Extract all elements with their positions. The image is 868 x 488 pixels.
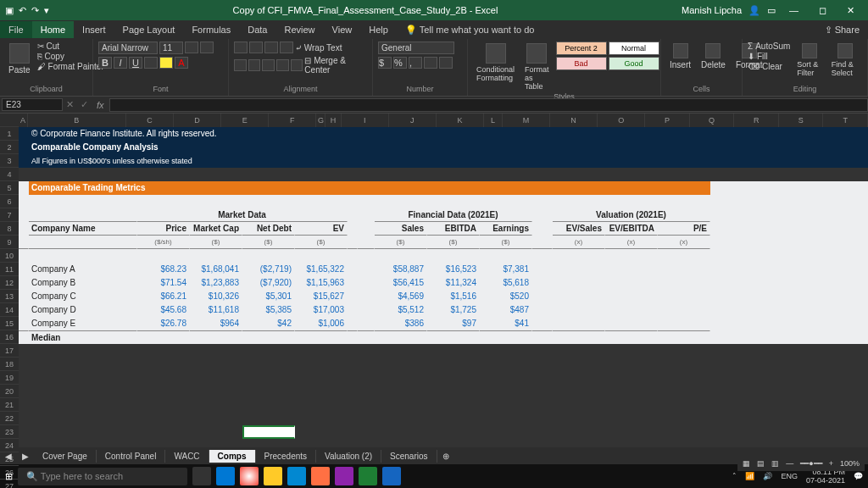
cell[interactable]: ($)	[242, 236, 295, 249]
cell[interactable]: Net Debt	[242, 222, 295, 236]
cell[interactable]	[19, 290, 29, 303]
font-name-select[interactable]	[98, 42, 158, 54]
cell[interactable]: EV/EBITDA	[605, 222, 658, 236]
cell[interactable]	[29, 358, 137, 371]
cell[interactable]	[553, 263, 605, 276]
col-header[interactable]: P	[645, 114, 690, 127]
cell[interactable]: ($)	[375, 236, 427, 249]
cell[interactable]	[242, 330, 295, 344]
cell[interactable]	[358, 303, 375, 317]
cell[interactable]	[532, 344, 553, 358]
cell[interactable]: $1,516	[427, 290, 480, 303]
zoom-slider[interactable]: ━━●━━	[800, 459, 821, 468]
cell[interactable]: $520	[480, 290, 532, 303]
cell[interactable]: ($)	[295, 236, 348, 249]
notifications-icon[interactable]: 💬	[854, 472, 863, 480]
cell[interactable]	[532, 330, 553, 344]
cell[interactable]	[480, 330, 532, 344]
cell[interactable]: ($7,920)	[242, 276, 295, 290]
cell[interactable]: Valuation (2021E)	[553, 208, 710, 222]
cell[interactable]: EV	[295, 222, 348, 236]
cell[interactable]	[19, 330, 29, 344]
cell[interactable]	[19, 263, 29, 276]
cell[interactable]: ($/sh)	[137, 236, 190, 249]
cell[interactable]	[29, 439, 137, 447]
increase-font-icon[interactable]	[185, 42, 198, 53]
font-color-button[interactable]: A	[175, 57, 188, 69]
cell[interactable]: Company Name	[29, 222, 137, 236]
underline-button[interactable]: U	[129, 57, 142, 69]
cell[interactable]	[358, 412, 375, 425]
italic-button[interactable]: I	[114, 57, 127, 69]
cancel-formula-icon[interactable]: ✕	[63, 99, 77, 110]
sheet-scroll-right-icon[interactable]: ▶	[17, 452, 34, 461]
cell[interactable]	[427, 358, 480, 371]
cell[interactable]	[295, 358, 348, 371]
comma-icon[interactable]: ,	[409, 57, 422, 69]
cell[interactable]	[427, 249, 480, 263]
cell[interactable]	[480, 371, 532, 385]
tab-insert[interactable]: Insert	[74, 21, 114, 38]
cell[interactable]	[242, 344, 295, 358]
cell[interactable]	[553, 290, 605, 303]
cell[interactable]	[532, 385, 553, 398]
decrease-font-icon[interactable]	[200, 42, 214, 53]
cell[interactable]	[19, 358, 29, 371]
tab-help[interactable]: Help	[360, 21, 397, 38]
sheet-tab-valuation[interactable]: Valuation (2)	[316, 450, 381, 463]
cell[interactable]: Company A	[29, 263, 137, 276]
cell[interactable]	[658, 317, 710, 330]
user-avatar-icon[interactable]: 👤	[748, 5, 760, 16]
cell[interactable]	[427, 344, 480, 358]
chrome-icon[interactable]	[240, 467, 259, 485]
cell[interactable]	[532, 263, 553, 276]
cell[interactable]	[19, 425, 29, 439]
cell[interactable]	[605, 412, 658, 425]
task-view-icon[interactable]	[192, 467, 211, 485]
number-format-select[interactable]	[378, 42, 454, 54]
row-header[interactable]: 16	[0, 330, 19, 344]
cell[interactable]: Price	[137, 222, 190, 236]
cell[interactable]	[605, 344, 658, 358]
zoom-out-icon[interactable]: —	[786, 459, 793, 468]
cell[interactable]	[242, 412, 295, 425]
cell[interactable]	[19, 154, 29, 168]
cell[interactable]	[553, 344, 605, 358]
cell[interactable]: $97	[427, 317, 480, 330]
cell[interactable]	[553, 168, 605, 181]
cell[interactable]	[190, 425, 242, 439]
cell[interactable]	[532, 425, 553, 439]
cell[interactable]	[29, 398, 137, 412]
cell[interactable]: P/E	[658, 222, 710, 236]
cell[interactable]: (x)	[605, 236, 658, 249]
cell[interactable]	[375, 439, 427, 447]
fill-button[interactable]: ⬇ Fill	[748, 52, 790, 61]
cell[interactable]: Median	[29, 330, 137, 344]
cell[interactable]	[137, 385, 190, 398]
cell[interactable]	[29, 412, 137, 425]
cell[interactable]: $11,324	[427, 276, 480, 290]
cell[interactable]	[137, 371, 190, 385]
cell[interactable]	[242, 249, 295, 263]
cell[interactable]	[348, 263, 358, 276]
cell[interactable]	[427, 195, 480, 208]
name-box[interactable]	[2, 98, 63, 111]
cell[interactable]	[19, 222, 29, 236]
cell[interactable]	[375, 330, 427, 344]
cell[interactable]: $71.54	[137, 276, 190, 290]
cell[interactable]	[605, 371, 658, 385]
cell[interactable]	[348, 344, 358, 358]
cell[interactable]	[605, 330, 658, 344]
row-header[interactable]: 11	[0, 263, 19, 276]
view-layout-icon[interactable]: ▤	[757, 459, 765, 468]
cell[interactable]	[29, 385, 137, 398]
cell[interactable]	[358, 385, 375, 398]
cell[interactable]	[605, 358, 658, 371]
cell[interactable]	[242, 439, 295, 447]
cell[interactable]	[190, 358, 242, 371]
cell[interactable]: ($)	[480, 236, 532, 249]
tab-pagelayout[interactable]: Page Layout	[114, 21, 184, 38]
row-header[interactable]: 22	[0, 412, 19, 425]
cell[interactable]	[190, 330, 242, 344]
sheet-tab-control[interactable]: Control Panel	[97, 450, 166, 463]
